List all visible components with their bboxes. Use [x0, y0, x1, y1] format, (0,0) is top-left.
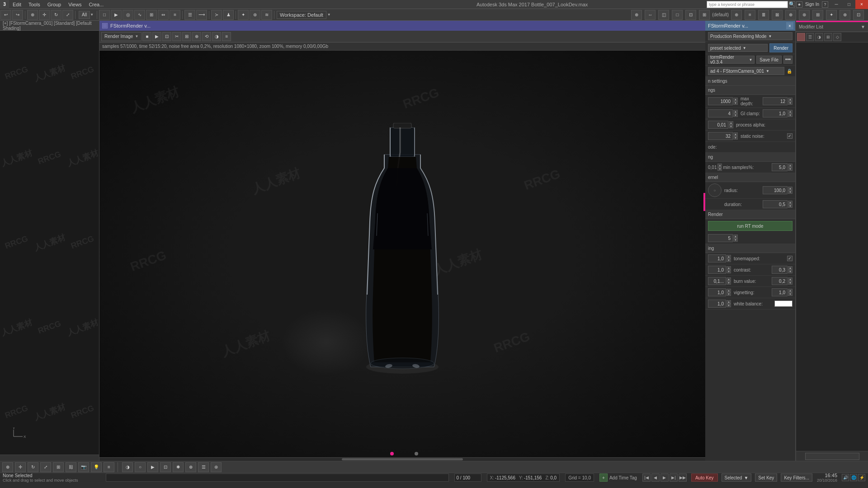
- vign-down[interactable]: ▼: [788, 292, 793, 296]
- anim-end-btn[interactable]: ▶▶: [679, 474, 687, 482]
- bookmark-btn[interactable]: ★: [796, 1, 802, 8]
- undo-btn[interactable]: ↩: [0, 10, 11, 20]
- ms-down[interactable]: ▼: [788, 167, 793, 171]
- tb-btn12[interactable]: ⊛: [799, 10, 810, 20]
- vign-spinner[interactable]: ▲ ▼: [788, 289, 793, 296]
- redo-btn[interactable]: ↪: [12, 10, 23, 20]
- tb-btn16[interactable]: ⊡: [853, 10, 864, 20]
- min-samples-input[interactable]: 5,0: [772, 163, 788, 171]
- move-btn[interactable]: ✛: [39, 10, 50, 20]
- render-color-btn[interactable]: ◑: [212, 32, 221, 41]
- kernel-section[interactable]: ernel: [705, 173, 795, 182]
- tb-btn14[interactable]: ✦: [826, 10, 837, 20]
- val5-spinner[interactable]: ▲ ▼: [733, 235, 738, 242]
- fstorm-render-btn[interactable]: Render: [769, 43, 793, 52]
- fstorm-camera-dropdown[interactable]: ad 4 - FStormCamera_001 ▼: [708, 67, 784, 75]
- val10b-spinner[interactable]: ▲ ▼: [726, 266, 731, 273]
- render-channel-btn[interactable]: ≡: [222, 32, 231, 41]
- btb-more-btn[interactable]: ≡: [104, 462, 114, 472]
- btb-render-btn2[interactable]: ▶: [147, 462, 158, 472]
- btb-snap-btn[interactable]: ⊞: [53, 462, 64, 472]
- wb-val-spinner[interactable]: ▲ ▼: [726, 300, 731, 307]
- dur-up[interactable]: ▲: [788, 201, 793, 204]
- contrast-input[interactable]: 0,3: [772, 266, 788, 274]
- wb-val-input[interactable]: 1,0: [708, 300, 726, 308]
- render-btn2[interactable]: ▶: [111, 10, 122, 20]
- radius-input[interactable]: 100,0: [763, 186, 788, 194]
- vign-up[interactable]: ▲: [788, 289, 793, 292]
- btb-layer2-btn[interactable]: ☰: [198, 462, 209, 472]
- menu-create[interactable]: Crea...: [85, 0, 107, 9]
- render-settings-section[interactable]: n settings: [705, 77, 795, 86]
- v10c-up[interactable]: ▲: [726, 289, 731, 292]
- burn-spinner[interactable]: ▲ ▼: [788, 277, 793, 285]
- v5-up[interactable]: ▲: [733, 235, 738, 238]
- render-canvas[interactable]: 人人素材 RRCG 人人素材 RRCG RRCG 人人素材 人人素材 RRCG: [99, 51, 705, 457]
- auto-key-btn[interactable]: Auto Key: [691, 474, 718, 482]
- fstorm-close-btn[interactable]: ×: [786, 22, 793, 29]
- val001-input[interactable]: 0,01: [708, 121, 728, 129]
- select-btn[interactable]: ⊕: [27, 10, 38, 20]
- tray-icon3[interactable]: ⚡: [858, 474, 865, 481]
- gi-clamp-input[interactable]: 1,0: [763, 109, 788, 117]
- val32-input[interactable]: 32: [708, 132, 733, 140]
- tb-btn8[interactable]: ≡: [745, 10, 755, 20]
- val10-input[interactable]: 1,0: [708, 254, 726, 263]
- more-options-btn[interactable]: •••: [783, 56, 793, 64]
- btb-mat-btn[interactable]: ◑: [122, 462, 133, 472]
- btb-space-btn[interactable]: ⊕: [185, 462, 196, 472]
- ctr-up[interactable]: ▲: [788, 266, 793, 270]
- v01c-down[interactable]: ▼: [726, 281, 731, 285]
- samples-input[interactable]: 1000: [708, 97, 733, 105]
- modifier-input-box[interactable]: [805, 453, 859, 460]
- select-filter[interactable]: All: [79, 11, 90, 19]
- tb-btn1[interactable]: ⊕: [631, 10, 642, 20]
- render-region-btn[interactable]: ⊡: [162, 32, 171, 41]
- btb-select-btn[interactable]: ⊕: [2, 462, 13, 472]
- render-frame-btn[interactable]: ⊞: [182, 32, 191, 41]
- wb-up[interactable]: ▲: [726, 300, 731, 304]
- mod-list-btn[interactable]: ☰: [806, 33, 814, 41]
- val001-up[interactable]: ▲: [729, 121, 733, 125]
- tb-btn13[interactable]: ⊞: [812, 10, 823, 20]
- tb-btn10[interactable]: ⊠: [772, 10, 783, 20]
- val001b-spinner[interactable]: ▲ ▼: [717, 164, 722, 171]
- timeline-track[interactable]: [106, 474, 449, 482]
- anim-next-btn[interactable]: ▶|: [670, 474, 678, 482]
- val10c-input[interactable]: 1,0: [708, 288, 726, 296]
- minimize-btn[interactable]: ─: [830, 0, 843, 9]
- val001-spinner[interactable]: ▲ ▼: [729, 121, 733, 128]
- radius-down[interactable]: ▼: [788, 190, 793, 194]
- add-tag-icon[interactable]: +: [599, 474, 608, 482]
- filter-arrow[interactable]: ▼: [90, 13, 94, 17]
- v10b-up[interactable]: ▲: [726, 266, 731, 270]
- v10-down[interactable]: ▼: [726, 258, 731, 262]
- render-stop-btn[interactable]: ■: [142, 32, 151, 41]
- v01b-up[interactable]: ▲: [717, 164, 722, 167]
- mod-channel-btn[interactable]: ◑: [815, 33, 823, 41]
- tb-btn3[interactable]: ◫: [658, 10, 669, 20]
- btb-obj-btn[interactable]: ⊡: [160, 462, 171, 472]
- val4-spinner[interactable]: ▲ ▼: [733, 110, 738, 117]
- max-depth-up[interactable]: ▲: [788, 98, 793, 101]
- burn-down[interactable]: ▼: [788, 281, 793, 285]
- close-btn[interactable]: ×: [855, 0, 868, 9]
- mirror-btn[interactable]: ⇔: [158, 10, 169, 20]
- v10c-down[interactable]: ▼: [726, 292, 731, 296]
- radius-spinner[interactable]: ▲ ▼: [788, 187, 793, 194]
- val4-down[interactable]: ▼: [733, 113, 738, 117]
- btb-helper-btn[interactable]: ✱: [173, 462, 184, 472]
- left-viewport[interactable]: RRCG 人人素材 RRCG 人人素材 RRCG 人人素材 RRCG 人人素材 …: [0, 31, 99, 455]
- tb-btn9[interactable]: ≣: [758, 10, 769, 20]
- rotate-btn[interactable]: ↻: [51, 10, 61, 20]
- mod-shape-btn[interactable]: ◇: [833, 33, 841, 41]
- tb-btn2[interactable]: ↔: [645, 10, 656, 20]
- gi-clamp-spinner[interactable]: ▲ ▼: [788, 110, 793, 117]
- wb-down[interactable]: ▼: [726, 304, 731, 307]
- val32-spinner[interactable]: ▲ ▼: [733, 132, 738, 140]
- static-noise-checkbox[interactable]: ✓: [787, 133, 793, 139]
- btb-camera-btn[interactable]: 📷: [78, 462, 89, 472]
- val4-up[interactable]: ▲: [733, 110, 738, 113]
- biped-btn[interactable]: ♟: [223, 10, 234, 20]
- snap-btn[interactable]: ⊞: [146, 10, 157, 20]
